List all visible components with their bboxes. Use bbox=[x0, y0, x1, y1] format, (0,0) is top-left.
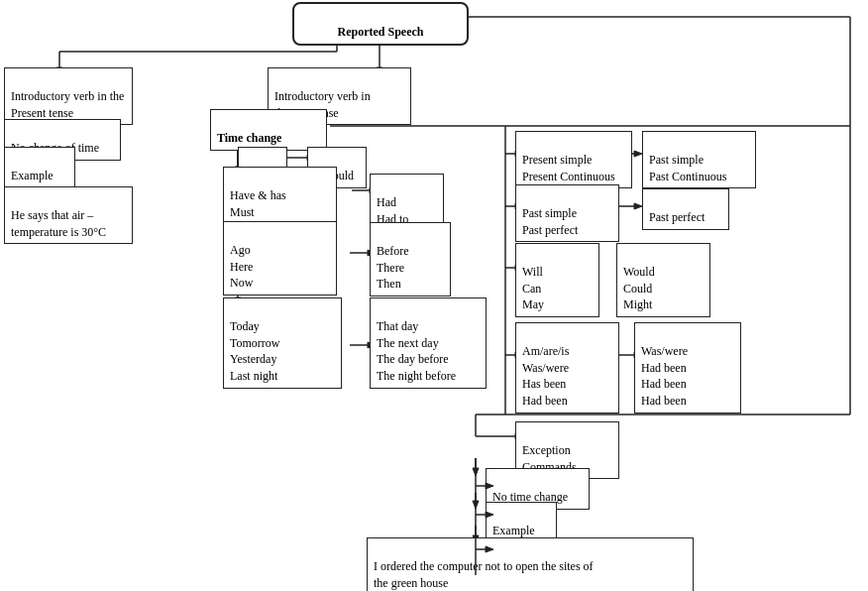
today-etc-box: Today Tomorrow Yesterday Last night bbox=[223, 297, 342, 389]
intro-present-label: Introductory verb in the Present tense bbox=[11, 89, 124, 120]
past-simple-cont-label: Past simple Past Continuous bbox=[649, 153, 726, 183]
svg-marker-55 bbox=[473, 468, 479, 476]
will-can-may-label: Will Can May bbox=[522, 265, 544, 312]
that-day-etc-label: That day The next day The day before The… bbox=[377, 319, 456, 383]
present-simple-cont-box: Present simple Present Continuous bbox=[515, 131, 632, 188]
am-are-is-box: Am/are/is Was/were Has been Had been bbox=[515, 322, 619, 414]
example2-text-box: I ordered the computer not to open the s… bbox=[367, 537, 694, 591]
would-could-might-label: Would Could Might bbox=[623, 265, 655, 312]
before-there-then-label: Before There Then bbox=[377, 244, 409, 292]
past-simple-cont-box: Past simple Past Continuous bbox=[642, 131, 756, 188]
title-box: Reported Speech bbox=[292, 2, 469, 46]
past-perfect-box: Past perfect bbox=[642, 188, 729, 230]
would-could-might-box: Would Could Might bbox=[616, 243, 710, 317]
that-day-etc-box: That day The next day The day before The… bbox=[370, 297, 487, 389]
svg-marker-57 bbox=[473, 501, 479, 509]
had-had-to-label: Had Had to bbox=[377, 195, 408, 226]
example1-text-label: He says that air – temperature is 30°C bbox=[11, 208, 106, 239]
title-label: Reported Speech bbox=[338, 25, 424, 39]
ago-here-now-label: Ago Here Now bbox=[230, 243, 253, 291]
was-were-etc-box: Was/were Had been Had been Had been bbox=[634, 322, 741, 414]
past-perfect-label: Past perfect bbox=[649, 210, 705, 224]
time-change-label: Time change bbox=[217, 131, 281, 145]
before-there-then-box: Before There Then bbox=[370, 222, 451, 296]
have-has-must-label: Have & has Must bbox=[230, 188, 286, 219]
was-were-etc-label: Was/were Had been Had been Had been bbox=[641, 344, 688, 408]
past-simple-perf-label: Past simple Past perfect bbox=[522, 206, 578, 237]
today-etc-label: Today Tomorrow Yesterday Last night bbox=[230, 319, 279, 383]
past-simple-perf-box: Past simple Past perfect bbox=[515, 184, 619, 242]
svg-marker-35 bbox=[634, 151, 642, 157]
intro-present-box: Introductory verb in the Present tense bbox=[4, 67, 133, 125]
example1-text-box: He says that air – temperature is 30°C bbox=[4, 186, 133, 244]
example1-box: Example bbox=[4, 147, 75, 188]
will-can-may-box: Will Can May bbox=[515, 243, 599, 317]
time-change-box: Time change bbox=[210, 109, 327, 151]
am-are-is-label: Am/are/is Was/were Has been Had been bbox=[522, 344, 569, 408]
ago-here-now-box: Ago Here Now bbox=[223, 221, 337, 296]
example1-label: Example bbox=[11, 169, 54, 182]
diagram: Reported Speech Introductory verb in the… bbox=[0, 0, 868, 591]
have-has-must-box: Have & has Must bbox=[223, 167, 337, 224]
present-simple-cont-label: Present simple Present Continuous bbox=[522, 153, 615, 183]
example2-label: Example bbox=[492, 524, 535, 537]
example2-text-label: I ordered the computer not to open the s… bbox=[374, 559, 594, 590]
svg-marker-37 bbox=[634, 203, 642, 209]
